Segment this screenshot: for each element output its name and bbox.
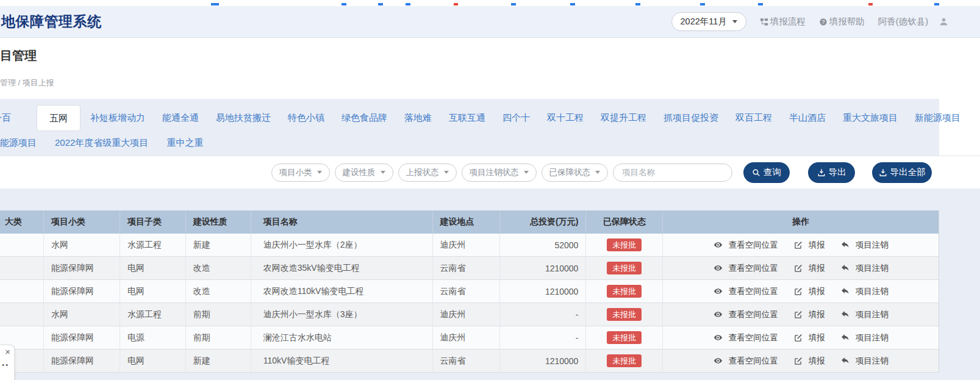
chevron-down-icon <box>444 171 449 174</box>
cell-项目子类: 水源工程 <box>120 234 186 256</box>
action-查看空间位置[interactable]: 查看空间位置 <box>714 356 778 367</box>
tab-重中之重[interactable]: 重中之重 <box>166 137 203 149</box>
tab-易地扶贫搬迁[interactable]: 易地扶贫搬迁 <box>216 112 271 124</box>
edit-icon <box>794 241 806 249</box>
tab-能通全通[interactable]: 能通全通 <box>162 112 199 124</box>
action-label: 项目注销 <box>856 356 889 367</box>
tab-互联互通[interactable]: 互联互通 <box>449 112 485 124</box>
filter-dropdown-label: 项目小类 <box>279 167 312 178</box>
chevron-down-icon <box>732 20 737 23</box>
filter-dropdown-已保障状态[interactable]: 已保障状态 <box>542 163 609 182</box>
filter-dropdown-建设性质[interactable]: 建设性质 <box>335 163 393 182</box>
action-查看空间位置[interactable]: 查看空间位置 <box>714 240 778 251</box>
chevron-down-icon <box>381 171 385 174</box>
export-all-button[interactable]: 导出全部 <box>872 162 932 183</box>
fill-help-label: 填报帮助 <box>829 16 865 27</box>
cell-总投资(万元): - <box>500 303 587 326</box>
action-填报[interactable]: 填报 <box>794 309 825 320</box>
tab-抓项目促投资[interactable]: 抓项目促投资 <box>663 112 718 124</box>
tab-四个十[interactable]: 四个十 <box>503 112 530 124</box>
column-header-已保障状态: 已保障状态 <box>586 210 663 234</box>
filter-dropdown-label: 上报状态 <box>406 167 439 178</box>
tab-新能源项目[interactable]: 新能源项目 <box>915 112 960 124</box>
action-项目注销[interactable]: 项目注销 <box>841 263 889 274</box>
edit-icon <box>794 357 806 365</box>
close-icon[interactable]: × <box>5 346 10 357</box>
projects-table: 大类项目小类项目子类建设性质项目名称建设地点总投资(万元)已保障状态操作 水网水… <box>0 210 939 373</box>
eye-icon <box>714 240 726 249</box>
column-header-项目小类: 项目小类 <box>44 210 120 234</box>
action-label: 填报 <box>809 332 825 343</box>
table-body: 水网水源工程新建迪庆州小一型水库（2座）迪庆州52000未报批查看空间位置填报项… <box>0 234 939 373</box>
query-label: 查询 <box>764 167 781 178</box>
action-填报[interactable]: 填报 <box>794 263 825 274</box>
fill-flow-link[interactable]: 填报流程 <box>760 16 806 27</box>
help-icon: ? <box>819 18 828 26</box>
tab-重大文旅项目[interactable]: 重大文旅项目 <box>843 112 898 124</box>
tab-双提升工程[interactable]: 双提升工程 <box>601 112 646 124</box>
action-查看空间位置[interactable]: 查看空间位置 <box>714 332 778 343</box>
action-项目注销[interactable]: 项目注销 <box>841 240 889 251</box>
action-项目注销[interactable]: 项目注销 <box>841 286 889 297</box>
favicon-fragment <box>934 3 939 5</box>
action-label: 项目注销 <box>856 332 889 343</box>
tab-落地难[interactable]: 落地难 <box>404 112 432 124</box>
project-name-input[interactable] <box>613 163 732 182</box>
action-查看空间位置[interactable]: 查看空间位置 <box>714 263 778 274</box>
tab-一百[interactable]: 一百 <box>0 112 11 124</box>
cell-项目小类: 能源保障网 <box>44 257 120 279</box>
action-项目注销[interactable]: 项目注销 <box>841 356 889 367</box>
table-row: 能源保障网电源前期澜沧江古水水电站迪庆州-未报批查看空间位置填报项目注销 <box>0 326 939 350</box>
eye-icon <box>714 287 726 296</box>
column-header-操作: 操作 <box>663 210 939 234</box>
cell-总投资(万元): - <box>500 326 587 349</box>
user-icon[interactable] <box>939 17 948 26</box>
cell-建设性质: 改造 <box>186 280 251 303</box>
filter-dropdown-label: 建设性质 <box>343 167 376 178</box>
chevron-down-icon <box>524 171 529 174</box>
query-button[interactable]: 查询 <box>743 162 790 183</box>
username[interactable]: 阿香(德钦县) <box>878 16 928 27</box>
cell-已保障状态: 未报批 <box>586 303 663 326</box>
tab-绿色食品牌[interactable]: 绿色食品牌 <box>342 112 387 124</box>
tabs-panel: 一百五网补短板增动力能通全通易地扶贫搬迁特色小镇绿色食品牌落地难互联互通四个十双… <box>0 99 939 156</box>
favicon-fragment <box>635 3 640 5</box>
action-填报[interactable]: 填报 <box>794 356 825 367</box>
filter-dropdown-上报状态[interactable]: 上报状态 <box>398 163 457 182</box>
column-header-项目名称: 项目名称 <box>251 210 433 234</box>
tab-双百工程[interactable]: 双百工程 <box>735 112 772 124</box>
cell-项目小类: 能源保障网 <box>44 280 120 303</box>
action-填报[interactable]: 填报 <box>794 286 825 297</box>
tab-能源项目[interactable]: 能源项目 <box>0 137 37 149</box>
cell-总投资(万元): 1210000 <box>500 350 587 372</box>
floating-widget[interactable]: × •• <box>0 345 15 380</box>
period-selector[interactable]: 2022年11月 <box>671 12 746 31</box>
eye-icon <box>714 263 726 273</box>
tab-半山酒店[interactable]: 半山酒店 <box>789 112 826 124</box>
tab-五网[interactable]: 五网 <box>37 105 80 131</box>
browser-bookmarks-strip <box>0 0 980 6</box>
tab-补短板增动力[interactable]: 补短板增动力 <box>90 112 145 124</box>
action-填报[interactable]: 填报 <box>794 240 825 251</box>
table-row: 能源保障网电网改造农网改造35kV输变电工程云南省1210000未报批查看空间位… <box>0 257 939 280</box>
tab-特色小镇[interactable]: 特色小镇 <box>288 112 324 124</box>
filter-dropdowns: 项目小类建设性质上报状态项目注销状态已保障状态 <box>266 163 609 182</box>
tab-双十工程[interactable]: 双十工程 <box>547 112 584 124</box>
action-项目注销[interactable]: 项目注销 <box>841 332 889 343</box>
filter-dropdown-项目小类[interactable]: 项目小类 <box>271 163 330 182</box>
action-查看空间位置[interactable]: 查看空间位置 <box>714 309 778 320</box>
favicon-fragment <box>211 3 219 5</box>
edit-icon <box>794 287 806 296</box>
fill-help-link[interactable]: ? 填报帮助 <box>819 16 865 27</box>
cell-项目小类: 能源保障网 <box>44 350 120 372</box>
action-查看空间位置[interactable]: 查看空间位置 <box>714 286 778 297</box>
favicon-fragment <box>378 3 383 5</box>
tab-2022年度省级重大项目[interactable]: 2022年度省级重大项目 <box>55 137 148 149</box>
cell-项目子类: 电网 <box>120 257 186 279</box>
cell-操作: 查看空间位置填报项目注销 <box>663 303 939 326</box>
action-填报[interactable]: 填报 <box>794 332 825 343</box>
export-button[interactable]: 导出 <box>808 162 855 183</box>
filter-dropdown-项目注销状态[interactable]: 项目注销状态 <box>462 163 537 182</box>
action-项目注销[interactable]: 项目注销 <box>841 309 889 320</box>
cell-建设地点: 迪庆州 <box>433 303 500 326</box>
